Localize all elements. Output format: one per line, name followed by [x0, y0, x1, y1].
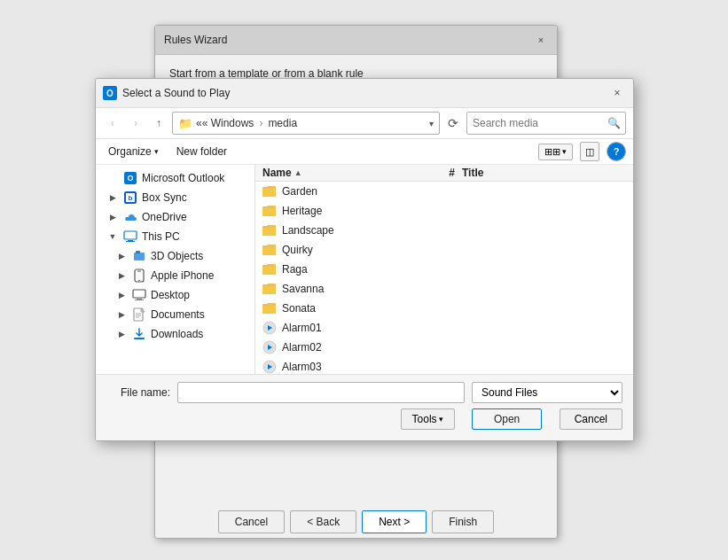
- refresh-button[interactable]: ⟳: [443, 113, 463, 133]
- dialog-toolbar: ‹ › ↑ 📁 «« Windows › media ▾ ⟳ 🔍: [96, 108, 633, 139]
- col-name-label: Name: [262, 167, 292, 179]
- file-row-raga[interactable]: Raga: [255, 260, 633, 279]
- expand-desktop[interactable]: ▶: [115, 289, 128, 301]
- file-row-sonata[interactable]: Sonata: [255, 299, 633, 318]
- folder-icon-landscape: [262, 223, 277, 237]
- file-name-sonata: Sonata: [282, 302, 626, 315]
- sound-icon-alarm03: [262, 360, 277, 374]
- open-button[interactable]: Open: [472, 408, 542, 430]
- dialog-titlebar: O Select a Sound to Play ×: [96, 79, 633, 108]
- expand-3dobjects[interactable]: ▶: [115, 250, 128, 262]
- file-row-alarm03[interactable]: Alarm03: [255, 357, 633, 374]
- svg-rect-15: [134, 338, 145, 339]
- secondary-toolbar: Organize ▾ New folder ⊞⊞ ▾ ◫ ?: [96, 139, 633, 165]
- nav-item-boxsync[interactable]: ▶ b Box Sync: [96, 188, 254, 207]
- nav-item-onedrive[interactable]: ▶ OneDrive: [96, 207, 254, 227]
- sound-icon-alarm01: [262, 321, 277, 335]
- expand-iphone[interactable]: ▶: [115, 269, 128, 282]
- file-name-heritage: Heritage: [282, 205, 626, 217]
- nav-item-documents[interactable]: ▶ Documents: [96, 305, 254, 324]
- back-button[interactable]: < Back: [290, 510, 356, 533]
- file-row-garden[interactable]: Garden: [255, 182, 633, 201]
- file-name-garden: Garden: [282, 185, 626, 198]
- dialog-outlook-icon: O: [103, 86, 117, 100]
- expand-boxsync[interactable]: ▶: [106, 191, 119, 204]
- search-input[interactable]: [466, 112, 626, 135]
- nav-item-3dobjects[interactable]: ▶ 3D Objects: [96, 246, 254, 266]
- forward-nav-button[interactable]: ›: [126, 113, 145, 133]
- address-windows-label: «« Windows: [196, 117, 254, 129]
- footer-buttons-row: Tools ▾ Open Cancel: [106, 408, 622, 430]
- file-dialog: O Select a Sound to Play × ‹ › ↑ 📁 «« Wi…: [95, 78, 634, 441]
- dialog-title-text: Select a Sound to Play: [122, 87, 230, 99]
- cancel-button[interactable]: Cancel: [218, 510, 285, 533]
- outlook-icon: O: [103, 86, 117, 100]
- organize-button[interactable]: Organize ▾: [103, 144, 164, 159]
- nav-item-thispc[interactable]: ▼ This PC: [96, 227, 254, 246]
- box-icon: b: [124, 191, 137, 204]
- tools-button[interactable]: Tools ▾: [401, 408, 455, 430]
- iphone-nav-icon: [132, 268, 146, 283]
- file-row-heritage[interactable]: Heritage: [255, 201, 633, 221]
- col-header-hash[interactable]: #: [427, 167, 462, 179]
- next-button[interactable]: Next >: [362, 510, 427, 533]
- svg-rect-3: [134, 253, 145, 261]
- new-folder-button[interactable]: New folder: [171, 144, 232, 159]
- expand-thispc[interactable]: ▼: [106, 230, 119, 243]
- address-bar[interactable]: 📁 «« Windows › media ▾: [172, 112, 440, 135]
- address-dropdown-icon[interactable]: ▾: [429, 119, 434, 128]
- nav-item-desktop[interactable]: ▶ Desktop: [96, 285, 254, 305]
- expand-downloads[interactable]: ▶: [115, 328, 128, 340]
- col-header-title[interactable]: Title: [462, 167, 626, 179]
- cancel-dialog-button[interactable]: Cancel: [560, 408, 622, 430]
- file-row-landscape[interactable]: Landscape: [255, 221, 633, 240]
- rules-wizard-close-button[interactable]: ×: [534, 33, 548, 47]
- desktop-nav-icon: [132, 288, 146, 302]
- file-name-landscape: Landscape: [282, 224, 626, 237]
- nav-label-outlook: Microsoft Outlook: [142, 172, 224, 184]
- nav-item-downloads[interactable]: ▶ Downloads: [96, 324, 254, 344]
- sort-arrow-icon: ▲: [294, 168, 302, 177]
- pc-nav-icon: [123, 229, 137, 244]
- finish-button[interactable]: Finish: [432, 510, 494, 533]
- nav-item-outlook[interactable]: O Microsoft Outlook: [96, 168, 254, 188]
- file-row-quirky[interactable]: Quirky: [255, 240, 633, 260]
- help-button[interactable]: ?: [607, 142, 626, 161]
- rules-wizard-title: Rules Wizard: [164, 34, 227, 46]
- rules-wizard-titlebar: Rules Wizard ×: [155, 26, 557, 55]
- address-media-label: media: [268, 117, 297, 129]
- file-row-alarm01[interactable]: Alarm01: [255, 318, 633, 338]
- folder-icon-garden: [262, 184, 277, 198]
- file-type-select[interactable]: Sound Files: [472, 382, 622, 403]
- organize-dropdown-icon: ▾: [154, 147, 159, 156]
- file-row-alarm02[interactable]: Alarm02: [255, 338, 633, 357]
- dialog-close-button[interactable]: ×: [608, 84, 626, 102]
- folder-icon-heritage: [262, 204, 277, 218]
- dialog-footer: File name: Sound Files Tools ▾ Open Canc…: [96, 374, 633, 440]
- svg-rect-10: [135, 299, 144, 300]
- nav-label-documents: Documents: [151, 308, 205, 321]
- back-nav-button[interactable]: ‹: [103, 113, 122, 133]
- svg-rect-0: [124, 231, 137, 239]
- downloads-icon: [132, 327, 146, 341]
- nav-label-iphone: Apple iPhone: [151, 269, 214, 282]
- expand-onedrive[interactable]: ▶: [106, 211, 119, 223]
- file-row-savanna[interactable]: Savanna: [255, 279, 633, 299]
- file-name-input[interactable]: [177, 382, 465, 403]
- svg-rect-2: [126, 241, 135, 242]
- folder-icon-sonata: [262, 301, 277, 315]
- file-name-alarm02: Alarm02: [282, 341, 626, 354]
- dialog-title-left: O Select a Sound to Play: [103, 86, 230, 100]
- nav-item-iphone[interactable]: ▶ Apple iPhone: [96, 266, 254, 285]
- preview-button[interactable]: ◫: [580, 142, 599, 161]
- file-list-header: Name ▲ # Title: [255, 165, 633, 182]
- tools-dropdown-icon: ▾: [439, 415, 443, 424]
- view-button[interactable]: ⊞⊞ ▾: [538, 144, 573, 160]
- pc-icon: [123, 229, 137, 244]
- svg-rect-8: [133, 290, 145, 298]
- expand-documents[interactable]: ▶: [115, 308, 128, 321]
- file-name-quirky: Quirky: [282, 244, 626, 256]
- nav-label-downloads: Downloads: [151, 328, 203, 340]
- up-nav-button[interactable]: ↑: [149, 113, 168, 133]
- col-header-name[interactable]: Name ▲: [262, 167, 427, 179]
